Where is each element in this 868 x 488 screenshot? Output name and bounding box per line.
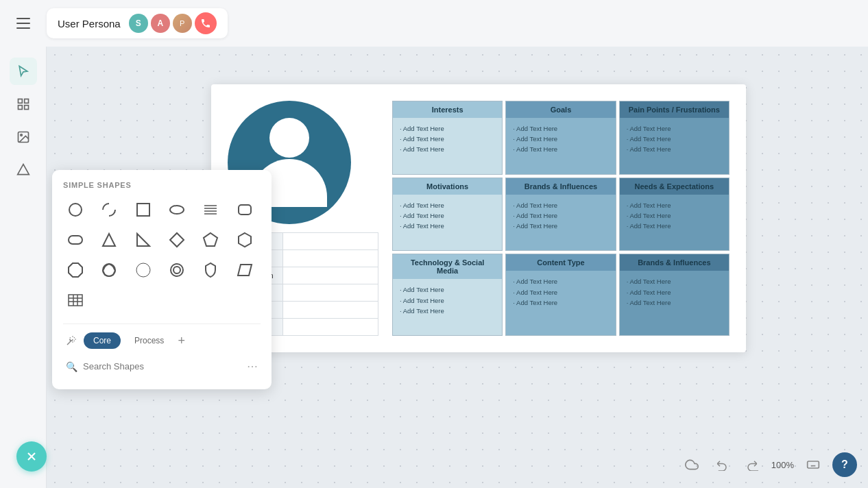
shape-pentagon[interactable] xyxy=(198,228,223,252)
section-header-4: Brands & Influences xyxy=(506,178,615,195)
menu-button[interactable] xyxy=(11,11,36,36)
shapes-grid xyxy=(63,197,261,313)
section-cell-3: Motivations· Add Text Here· Add Text Her… xyxy=(392,178,503,252)
canvas-area[interactable]: Name Age Occupation Education xyxy=(47,47,868,488)
tab-core[interactable]: Core xyxy=(84,332,121,349)
shape-stadium[interactable] xyxy=(63,228,88,252)
shape-rounded-rect[interactable] xyxy=(232,197,257,222)
shape-ellipse[interactable] xyxy=(165,197,189,222)
topbar: User Persona S A P xyxy=(0,0,868,47)
section-cell-2: Pain Points / Frustrations· Add Text Her… xyxy=(619,101,730,175)
section-cell-8: Brands & Influences· Add Text Here· Add … xyxy=(619,254,730,336)
keyboard-icon[interactable] xyxy=(802,454,824,476)
shape-lines[interactable] xyxy=(198,197,223,222)
help-button[interactable]: ? xyxy=(832,452,857,477)
section-body-0[interactable]: · Add Text Here· Add Text Here· Add Text… xyxy=(393,118,502,174)
add-tab-button[interactable]: + xyxy=(178,334,185,348)
svg-marker-19 xyxy=(204,233,217,246)
zoom-label: 100% xyxy=(771,460,794,470)
svg-rect-0 xyxy=(18,99,22,103)
cloud-icon[interactable] xyxy=(681,454,703,476)
sidebar-image[interactable] xyxy=(10,123,37,151)
section-cell-0: Interests· Add Text Here· Add Text Here·… xyxy=(392,101,503,175)
svg-marker-27 xyxy=(238,265,252,276)
section-cell-5: Needs & Expectations· Add Text Here· Add… xyxy=(619,178,730,252)
svg-rect-28 xyxy=(69,295,82,306)
search-icon: 🔍 xyxy=(66,361,77,372)
section-header-6: Technology & Social Media xyxy=(393,254,502,279)
svg-marker-18 xyxy=(170,233,184,247)
shape-12gon[interactable] xyxy=(97,258,121,282)
person-head xyxy=(269,118,309,158)
field-value-occupation[interactable] xyxy=(283,267,378,284)
field-value-education[interactable] xyxy=(283,284,378,302)
svg-rect-2 xyxy=(18,106,22,110)
svg-rect-1 xyxy=(24,99,28,103)
shape-hexagon[interactable] xyxy=(232,228,257,252)
svg-marker-17 xyxy=(137,234,149,246)
more-icon[interactable]: ⋯ xyxy=(247,360,258,373)
section-cell-4: Brands & Influences· Add Text Here· Add … xyxy=(505,178,616,252)
avatar-a: A xyxy=(151,14,170,33)
phone-icon xyxy=(200,18,211,29)
field-value-name[interactable] xyxy=(283,233,378,250)
svg-rect-14 xyxy=(239,205,251,215)
section-header-1: Goals xyxy=(506,101,615,118)
shape-octagon[interactable] xyxy=(63,258,88,282)
section-body-6[interactable]: · Add Text Here· Add Text Here· Add Text… xyxy=(393,279,502,335)
section-body-1[interactable]: · Add Text Here· Add Text Here· Add Text… xyxy=(506,118,615,174)
section-body-7[interactable]: · Add Text Here· Add Text Here· Add Text… xyxy=(506,271,615,335)
svg-marker-20 xyxy=(239,233,251,247)
shape-triangle[interactable] xyxy=(97,228,121,252)
undo-icon[interactable] xyxy=(711,454,733,476)
section-header-8: Brands & Influences xyxy=(620,254,729,271)
shape-table[interactable] xyxy=(63,288,88,313)
section-header-3: Motivations xyxy=(393,178,502,195)
shapes-section-title: SIMPLE SHAPES xyxy=(63,181,261,189)
shape-diamond[interactable] xyxy=(165,228,189,252)
section-header-0: Interests xyxy=(393,101,502,118)
shape-shield[interactable] xyxy=(198,258,223,282)
section-body-8[interactable]: · Add Text Here· Add Text Here· Add Text… xyxy=(620,271,729,335)
shape-square[interactable] xyxy=(131,197,156,222)
field-value-location[interactable] xyxy=(283,302,378,319)
svg-marker-21 xyxy=(69,263,82,277)
svg-point-5 xyxy=(20,134,21,136)
title-pill: User Persona S A P xyxy=(47,8,228,38)
redo-icon[interactable] xyxy=(741,454,763,476)
section-header-2: Pain Points / Frustrations xyxy=(620,101,729,118)
fab-close-button[interactable] xyxy=(16,441,47,472)
svg-rect-8 xyxy=(137,204,149,216)
phone-button[interactable] xyxy=(195,12,217,34)
tab-process[interactable]: Process xyxy=(125,332,173,349)
shape-parallelogram[interactable] xyxy=(232,258,257,282)
sidebar-shapes[interactable] xyxy=(10,156,37,184)
field-value-age[interactable] xyxy=(283,250,378,267)
avatar-s: S xyxy=(129,14,148,33)
section-header-5: Needs & Expectations xyxy=(620,178,729,195)
search-shapes-input[interactable] xyxy=(83,361,241,371)
shape-arc[interactable] xyxy=(97,197,121,222)
section-cell-1: Goals· Add Text Here· Add Text Here· Add… xyxy=(505,101,616,175)
svg-rect-35 xyxy=(808,461,819,468)
section-body-3[interactable]: · Add Text Here· Add Text Here· Add Text… xyxy=(393,195,502,251)
svg-marker-6 xyxy=(17,164,29,175)
app-title: User Persona xyxy=(58,18,121,29)
section-body-5[interactable]: · Add Text Here· Add Text Here· Add Text… xyxy=(620,195,729,251)
section-body-2[interactable]: · Add Text Here· Add Text Here· Add Text… xyxy=(620,118,729,174)
shape-circle[interactable] xyxy=(63,197,88,222)
field-value-status[interactable] xyxy=(283,319,378,336)
shape-ring[interactable] xyxy=(165,258,189,282)
sidebar-cursor[interactable] xyxy=(10,58,37,85)
shape-thin-circle[interactable] xyxy=(131,258,156,282)
section-cell-6: Technology & Social Media· Add Text Here… xyxy=(392,254,503,336)
collaborators: S A P xyxy=(129,12,217,34)
svg-marker-16 xyxy=(103,234,115,246)
tab-icon-wand[interactable] xyxy=(63,332,80,349)
section-body-4[interactable]: · Add Text Here· Add Text Here· Add Text… xyxy=(506,195,615,251)
shape-right-triangle[interactable] xyxy=(131,228,156,252)
sidebar-frame[interactable] xyxy=(10,90,37,118)
svg-point-25 xyxy=(171,264,183,276)
svg-point-9 xyxy=(170,206,184,214)
svg-rect-15 xyxy=(69,236,82,244)
